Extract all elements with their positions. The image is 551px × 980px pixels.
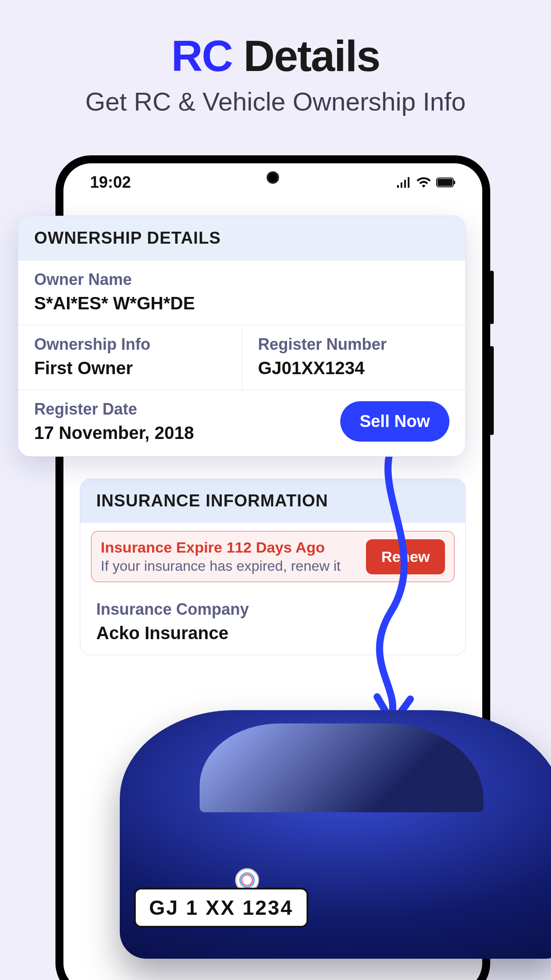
owner-name-value: S*AI*ES* W*GH*DE xyxy=(34,293,449,313)
phone-side-button xyxy=(489,346,494,435)
car-image: GJ 1 XX 1234 xyxy=(120,710,551,959)
ownership-header: OWNERSHIP DETAILS xyxy=(18,216,465,260)
insurance-alert: Insurance Expire 112 Days Ago If your in… xyxy=(91,531,455,582)
insurance-alert-title: Insurance Expire 112 Days Ago xyxy=(101,539,341,556)
page-subtitle: Get RC & Vehicle Ownership Info xyxy=(0,87,551,116)
front-camera xyxy=(267,171,279,184)
wifi-icon xyxy=(417,177,431,188)
ownership-card: OWNERSHIP DETAILS Owner Name S*AI*ES* W*… xyxy=(18,216,466,457)
page-title-suffix: Details xyxy=(232,32,380,80)
register-date-block: Register Date 17 November, 2018 xyxy=(34,400,194,443)
insurance-company-value: Acko Insurance xyxy=(96,623,449,643)
ownership-info-value: First Owner xyxy=(34,358,226,378)
renew-button[interactable]: Renew xyxy=(366,539,445,574)
insurance-card: INSURANCE INFORMATION Insurance Expire 1… xyxy=(80,478,466,655)
register-date-label: Register Date xyxy=(34,400,194,419)
owner-name-block: Owner Name S*AI*ES* W*GH*DE xyxy=(18,260,465,325)
status-time: 19:02 xyxy=(90,173,131,192)
register-number-block: Register Number GJ01XX1234 xyxy=(242,325,466,390)
svg-rect-2 xyxy=(454,181,455,184)
svg-rect-1 xyxy=(437,179,453,186)
ownership-info-block: Ownership Info First Owner xyxy=(18,325,242,390)
page-title: RC Details xyxy=(0,0,551,81)
owner-name-label: Owner Name xyxy=(34,270,449,289)
insurance-company-label: Insurance Company xyxy=(96,600,449,619)
insurance-alert-subtitle: If your insurance has expired, renew it xyxy=(101,558,341,574)
battery-icon xyxy=(436,178,456,187)
sell-now-button[interactable]: Sell Now xyxy=(340,401,449,442)
phone-side-button xyxy=(489,271,494,324)
ownership-info-label: Ownership Info xyxy=(34,335,226,354)
insurance-header: INSURANCE INFORMATION xyxy=(80,479,465,523)
register-number-value: GJ01XX1234 xyxy=(258,358,450,378)
register-number-label: Register Number xyxy=(258,335,450,354)
register-date-value: 17 November, 2018 xyxy=(34,423,194,443)
page-title-prefix: RC xyxy=(171,32,232,80)
license-plate: GJ 1 XX 1234 xyxy=(134,888,308,928)
cellular-icon xyxy=(396,177,411,188)
